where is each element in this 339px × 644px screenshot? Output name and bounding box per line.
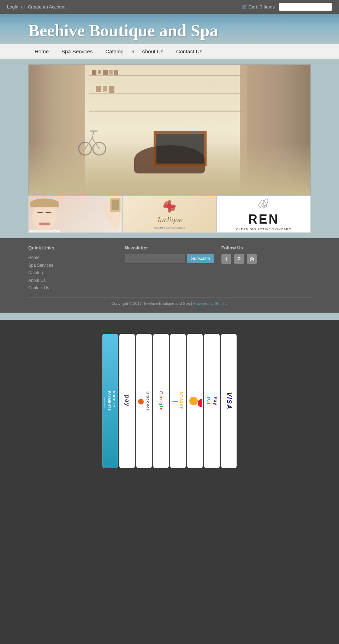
payment-cards: SHOPIFYPAYMENTS pay Discover Google (102, 334, 237, 468)
footer-link-home[interactable]: Home (28, 254, 118, 262)
chevron-down-icon: ▼ (131, 49, 135, 54)
nav-about[interactable]: About Us (135, 44, 170, 59)
powered-by-link[interactable]: Powered by Shopify (193, 301, 228, 306)
search-input[interactable] (279, 3, 332, 11)
visa-payment-card: VISA (221, 334, 237, 468)
auth-links: Login or Create an Account (7, 4, 66, 10)
mastercard-payment-card: mastercard (187, 334, 203, 468)
top-bar-right: 🛒 Cart: 0 Items (242, 3, 332, 11)
nav-contact[interactable]: Contact Us (170, 44, 209, 59)
brand-thumb-ren[interactable]: REN CLEAN BIO ACTIVE SKINCARE (216, 196, 311, 233)
brand-thumb-jurlique[interactable]: Jurlique nature·science·beauty (123, 196, 217, 233)
ren-name: REN (236, 212, 291, 227)
content-area: Jurlique nature·science·beauty REN CLEAN… (0, 59, 339, 238)
top-bar: Login or Create an Account 🛒 Cart: 0 Ite… (0, 0, 339, 14)
nav-catalog-item: Catalog ▼ (99, 44, 135, 59)
svg-line-4 (92, 131, 94, 138)
quick-links-title: Quick Links (28, 245, 118, 250)
stripe-payment-card: pay (119, 334, 135, 468)
hero-image (28, 64, 311, 195)
nav-home[interactable]: Home (28, 44, 55, 59)
footer-link-spa[interactable]: Spa Services (28, 262, 118, 270)
discover-payment-card: Discover (136, 334, 152, 468)
auth-separator: or (21, 4, 25, 10)
copyright-text: Copyright © 2017, Beehive Boutique and S… (112, 301, 192, 306)
site-header: Beehive Boutique and Spa (0, 14, 339, 44)
social-icons: f P ◎ (221, 254, 311, 264)
instagram-icon[interactable]: ◎ (247, 254, 257, 264)
footer-link-about[interactable]: About Us (28, 277, 118, 285)
main-nav: Home Spa Services Catalog ▼ About Us Con… (0, 44, 339, 59)
site-title: Beehive Boutique and Spa (28, 21, 311, 40)
site-wrapper: Beehive Boutique and Spa Home Spa Servic… (0, 14, 339, 320)
pinterest-icon[interactable]: P (234, 254, 244, 264)
ren-sub: CLEAN BIO ACTIVE SKINCARE (236, 228, 291, 231)
cart-count: Cart: 0 Items (249, 4, 275, 10)
footer-quick-links: Quick Links Home Spa Services Catalog Ab… (28, 245, 118, 292)
cart-icon: 🛒 (242, 4, 247, 10)
login-link[interactable]: Login (7, 4, 18, 10)
store-interior (29, 65, 310, 195)
nav-catalog[interactable]: Catalog (99, 44, 130, 59)
brand-row: Jurlique nature·science·beauty REN CLEAN… (28, 196, 311, 233)
site-footer: Quick Links Home Spa Services Catalog Ab… (0, 238, 339, 313)
copyright-bar: Copyright © 2017, Beehive Boutique and S… (28, 297, 311, 309)
newsletter-email-input[interactable] (125, 254, 185, 263)
footer-follow: Follow Us f P ◎ (221, 245, 311, 292)
cart-link[interactable]: 🛒 Cart: 0 Items (242, 4, 275, 10)
google-payment-card: Google (153, 334, 169, 468)
amazon-payment-card: amazon (170, 334, 186, 468)
facebook-icon[interactable]: f (221, 254, 231, 264)
subscribe-button[interactable]: Subscribe (187, 254, 214, 263)
footer-grid: Quick Links Home Spa Services Catalog Ab… (28, 245, 311, 297)
payment-section: SHOPIFYPAYMENTS pay Discover Google (0, 320, 339, 482)
jurlique-sub: nature·science·beauty (154, 226, 185, 229)
shopify-payment-card: SHOPIFYPAYMENTS (102, 334, 118, 468)
footer-newsletter: Newsletter Subscribe (125, 245, 214, 292)
brand-thumb-spa[interactable] (28, 196, 123, 233)
jurlique-name: Jurlique (154, 215, 185, 224)
create-account-link[interactable]: Create an Account (28, 4, 66, 10)
newsletter-title: Newsletter (125, 245, 214, 250)
footer-link-catalog[interactable]: Catalog (28, 269, 118, 277)
paypal-payment-card: Pay Pal (204, 334, 220, 468)
nav-spa-services[interactable]: Spa Services (55, 44, 99, 59)
follow-title: Follow Us (221, 245, 311, 250)
newsletter-form: Subscribe (125, 254, 214, 263)
footer-link-contact[interactable]: Contact Us (28, 284, 118, 292)
